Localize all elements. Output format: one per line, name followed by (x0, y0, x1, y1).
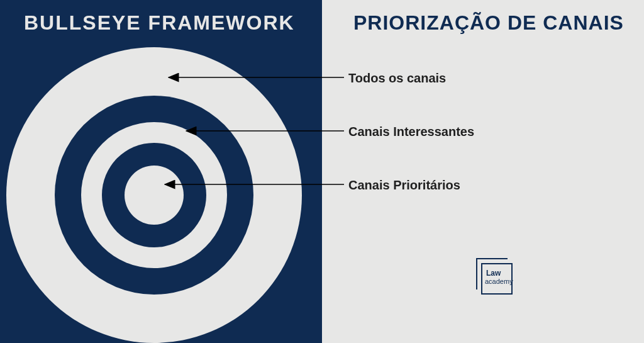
logo-text: Law academy (486, 269, 514, 286)
bullseye-diagram (6, 47, 302, 343)
law-academy-logo: Law academy (476, 258, 520, 296)
logo-line1: Law (486, 269, 501, 278)
ring-inner (125, 166, 184, 225)
label-outer: Todos os canais (348, 71, 446, 86)
right-panel: PRIORIZAÇÃO DE CANAIS Todos os canais Ca… (322, 0, 644, 343)
logo-line2: academy (485, 278, 513, 285)
label-middle: Canais Interessantes (348, 125, 474, 139)
left-panel: BULLSEYE FRAMEWORK (0, 0, 322, 343)
right-title: PRIORIZAÇÃO DE CANAIS (353, 11, 624, 35)
label-inner: Canais Prioritários (348, 178, 460, 193)
left-title: BULLSEYE FRAMEWORK (24, 11, 295, 35)
